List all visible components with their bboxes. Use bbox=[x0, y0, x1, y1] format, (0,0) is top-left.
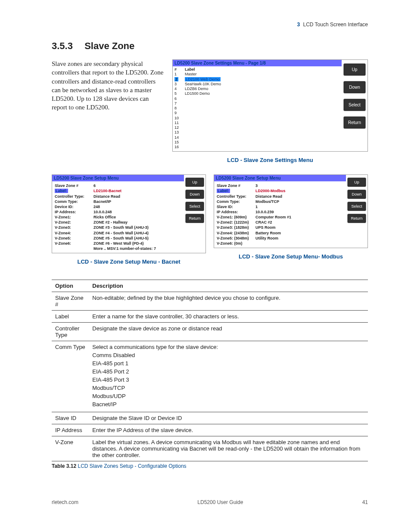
list-item[interactable]: 3SeaHawk-10K Demo bbox=[174, 82, 340, 87]
list-item[interactable]: 15 bbox=[174, 140, 340, 145]
description-cell: Enter a name for the slave controller, 3… bbox=[89, 311, 368, 323]
field-row[interactable]: Device ID:248 bbox=[55, 204, 181, 209]
field-row[interactable]: Slave Zone #6 bbox=[55, 183, 181, 188]
chapter-number: 3 bbox=[297, 22, 300, 28]
field-row[interactable]: Label:LD2000-Modbus bbox=[217, 188, 343, 193]
up-button[interactable]: Up bbox=[185, 177, 204, 187]
table-row: Slave Zone #Non-editable; defined by the… bbox=[52, 292, 368, 311]
list-item[interactable]: 12 bbox=[174, 125, 340, 130]
list-item[interactable]: 13 bbox=[174, 130, 340, 135]
footer-center: LD5200 User Guide bbox=[197, 499, 243, 505]
list-item[interactable]: 16 bbox=[174, 145, 340, 149]
field-row[interactable]: V-Zone1:Ricks Office bbox=[55, 215, 181, 220]
list-item[interactable]: 6 bbox=[174, 96, 340, 101]
table-row: Comm TypeSelect a communications type fo… bbox=[52, 341, 368, 412]
return-button[interactable]: Return bbox=[347, 214, 366, 223]
field-row[interactable]: V-Zone2: (1222m)CRAC #2 bbox=[217, 220, 343, 225]
field-row[interactable]: Slave Zone #3 bbox=[217, 183, 343, 188]
description-cell: Enter the IP Address of the slave device… bbox=[89, 424, 368, 436]
page-footer: rletech.com LD5200 User Guide 41 bbox=[52, 499, 368, 505]
table-row: Slave IDDesignate the Slave ID or Device… bbox=[52, 412, 368, 424]
table-row: LabelEnter a name for the slave controll… bbox=[52, 311, 368, 323]
table-caption: Table 3.12 LCD Slave Zones Setup - Confi… bbox=[52, 463, 368, 469]
field-row[interactable]: V-Zone6:ZONE #6 - West Wall (PD-4) bbox=[55, 241, 181, 246]
field-row[interactable]: Controller Type:Distance Read bbox=[217, 194, 343, 199]
more-line: More .. MSV:1 number-of-states: 7 bbox=[55, 246, 181, 251]
field-row[interactable]: V-Zone6: (0m) bbox=[217, 241, 343, 246]
select-button[interactable]: Select bbox=[185, 202, 204, 211]
figure-caption: LCD - Slave Zone Settings Menu bbox=[172, 157, 368, 163]
option-cell: Comm Type bbox=[52, 341, 89, 412]
option-cell: IP Address bbox=[52, 424, 89, 436]
chapter-title: LCD Touch Screen Interface bbox=[303, 22, 368, 28]
option-cell: Slave ID bbox=[52, 412, 89, 424]
section-heading: 3.5.3 Slave Zone bbox=[52, 40, 368, 52]
section-title: Slave Zone bbox=[84, 40, 134, 51]
field-row[interactable]: V-Zone5:ZONE #5 - South Wall (AHU-5) bbox=[55, 236, 181, 241]
description-cell: Designate the Slave ID or Device ID bbox=[89, 412, 368, 424]
field-row[interactable]: V-Zone1: (609m)Computer Room #1 bbox=[217, 215, 343, 220]
return-button[interactable]: Return bbox=[343, 116, 366, 129]
option-cell: Label bbox=[52, 311, 89, 323]
th-description: Description bbox=[89, 280, 368, 292]
field-row[interactable]: V-Zone4:ZONE #4 - South Wall (AHU-4) bbox=[55, 230, 181, 236]
field-row[interactable]: V-Zone3: (1828m)UPS Room bbox=[217, 225, 343, 230]
th-option: Option bbox=[52, 280, 89, 292]
list-item[interactable]: 14 bbox=[174, 135, 340, 140]
down-button[interactable]: Down bbox=[185, 190, 204, 199]
option-cell: Slave Zone # bbox=[52, 292, 89, 311]
up-button[interactable]: Up bbox=[347, 177, 366, 187]
list-item[interactable]: 1Master bbox=[174, 72, 340, 77]
list-item[interactable]: 2LD2100 Web Demo bbox=[174, 77, 340, 82]
field-row[interactable]: Comm Type:Modbus/TCP bbox=[217, 199, 343, 204]
field-row[interactable]: V-Zone3:ZONE #3 - South Wall (AHU-3) bbox=[55, 225, 181, 230]
list-item[interactable]: 5LD1500 Demo bbox=[174, 91, 340, 96]
setup-bacnet-screenshot: LD5200 Slave Zone Setup Menu Slave Zone … bbox=[52, 174, 206, 272]
table-caption-label: Table 3.12 bbox=[52, 463, 76, 469]
field-row[interactable]: Label:LD2100-Bacnet bbox=[55, 188, 181, 193]
field-row[interactable]: V-Zone4: (2438m)Battery Room bbox=[217, 230, 343, 236]
intro-paragraph: Slave zones are secondary physical contr… bbox=[52, 59, 164, 170]
figure-caption: LCD - Slave Zone Setup Menu- Modbus bbox=[214, 253, 368, 260]
figure-caption: LCD - Slave Zone Setup Menu - Bacnet bbox=[52, 258, 206, 265]
field-row[interactable]: IP Address:10.0.0.248 bbox=[55, 209, 181, 215]
return-button[interactable]: Return bbox=[185, 214, 204, 223]
field-row[interactable]: IP Address:10.0.0.239 bbox=[217, 209, 343, 215]
table-caption-text: LCD Slave Zones Setup - Configurable Opt… bbox=[78, 463, 186, 469]
down-button[interactable]: Down bbox=[343, 81, 366, 93]
list-item[interactable]: 4LDZB6 Demo bbox=[174, 87, 340, 91]
field-row[interactable]: Controller Type:Distance Read bbox=[55, 194, 181, 199]
setup-modbus-screenshot: LD5200 Slave Zone Setup Menu Slave Zone … bbox=[214, 174, 368, 272]
list-item[interactable]: 7 bbox=[174, 101, 340, 106]
lcd-title: LD5200 Slave Zone Setup Menu bbox=[52, 175, 184, 181]
list-item[interactable]: 8 bbox=[174, 106, 340, 111]
table-row: IP AddressEnter the IP Address of the sl… bbox=[52, 424, 368, 436]
section-number: 3.5.3 bbox=[52, 40, 82, 52]
footer-left: rletech.com bbox=[52, 499, 78, 505]
table-row: Controller TypeDesignate the slave devic… bbox=[52, 323, 368, 341]
field-row[interactable]: V-Zone2:ZONE #2 - Hallway bbox=[55, 220, 181, 225]
select-button[interactable]: Select bbox=[343, 99, 366, 111]
description-cell: Designate the slave device as zone or di… bbox=[89, 323, 368, 341]
lcd-title: LD5200 Slave Zone Settings Menu - Page 1… bbox=[173, 60, 342, 66]
field-row[interactable]: Slave ID:1 bbox=[217, 204, 343, 209]
up-button[interactable]: Up bbox=[343, 63, 366, 76]
settings-menu-screenshot: LD5200 Slave Zone Settings Menu - Page 1… bbox=[172, 59, 368, 170]
options-table: Option Description Slave Zone #Non-edita… bbox=[52, 280, 368, 461]
description-cell: Non-editable; defined by the blue highli… bbox=[89, 292, 368, 311]
list-header: #Label bbox=[174, 67, 340, 72]
lcd-title: LD5200 Slave Zone Setup Menu bbox=[214, 175, 346, 181]
option-cell: V-Zone bbox=[52, 436, 89, 461]
down-button[interactable]: Down bbox=[347, 190, 366, 199]
field-row[interactable]: Comm Type:Bacnet/IP bbox=[55, 199, 181, 204]
table-row: V-ZoneLabel the virtual zones. A device … bbox=[52, 436, 368, 461]
list-item[interactable]: 9 bbox=[174, 111, 340, 115]
list-item[interactable]: 10 bbox=[174, 116, 340, 121]
option-cell: Controller Type bbox=[52, 323, 89, 341]
field-row[interactable]: V-Zone5: (3048m)Utility Room bbox=[217, 236, 343, 241]
select-button[interactable]: Select bbox=[347, 202, 366, 211]
footer-right: 41 bbox=[362, 499, 368, 505]
description-cell: Select a communications type for the sla… bbox=[89, 341, 368, 412]
page-header: 3 LCD Touch Screen Interface bbox=[52, 22, 368, 28]
list-item[interactable]: 11 bbox=[174, 121, 340, 125]
